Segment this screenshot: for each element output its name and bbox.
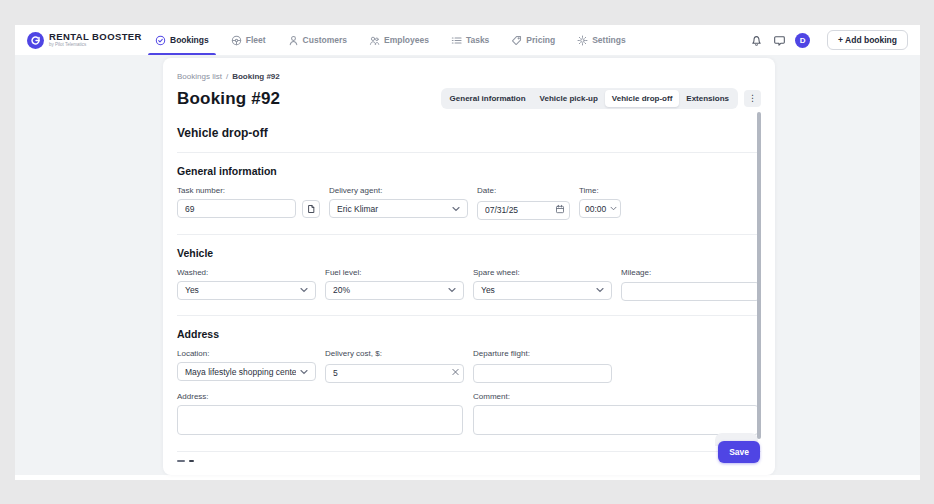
nav-item-employees[interactable]: Employees bbox=[369, 25, 429, 55]
mileage-input[interactable] bbox=[621, 282, 760, 301]
notifications-bell-icon[interactable] bbox=[749, 33, 763, 47]
delivery-cost-label: Delivery cost, $: bbox=[325, 349, 464, 358]
user-avatar[interactable]: D bbox=[795, 33, 810, 48]
nav-item-pricing[interactable]: Pricing bbox=[511, 25, 555, 55]
nav-item-bookings[interactable]: Bookings bbox=[155, 25, 209, 55]
tab-vehicle-drop-off[interactable]: Vehicle drop-off bbox=[605, 90, 679, 107]
nav-label: Settings bbox=[592, 35, 626, 45]
clipped-next-section bbox=[177, 460, 761, 463]
nav-label: Pricing bbox=[526, 35, 555, 45]
brand-name: RENTAL BOOSTER bbox=[49, 32, 142, 42]
app-body: Bookings list / Booking #92 Booking #92 … bbox=[15, 55, 920, 475]
section-heading: General information bbox=[177, 165, 761, 177]
page-root: { "brand": { "name": "RENTAL BOOSTER", "… bbox=[0, 0, 934, 504]
calendar-icon[interactable] bbox=[555, 204, 565, 214]
check-circle-icon bbox=[155, 35, 166, 46]
spare-wheel-value: Yes bbox=[481, 285, 495, 295]
chat-icon[interactable] bbox=[772, 33, 786, 47]
task-number-label: Task number: bbox=[177, 186, 320, 195]
location-value: Maya lifestyle shopping center bbox=[185, 367, 296, 377]
tab-general-information[interactable]: General information bbox=[443, 90, 533, 107]
washed-value: Yes bbox=[185, 285, 199, 295]
address-textarea[interactable] bbox=[177, 405, 463, 435]
app-window: RENTAL BOOSTER by Pilot Telematics Booki… bbox=[15, 25, 920, 480]
breadcrumb-bookings-list[interactable]: Bookings list bbox=[177, 72, 222, 81]
page-title: Booking #92 bbox=[177, 89, 280, 109]
mileage-label: Mileage: bbox=[621, 268, 760, 277]
washed-label: Washed: bbox=[177, 268, 316, 277]
panel-title: Vehicle drop-off bbox=[177, 126, 761, 153]
add-booking-button[interactable]: + Add booking bbox=[827, 30, 908, 50]
tab-extensions[interactable]: Extensions bbox=[679, 90, 736, 107]
breadcrumb-separator: / bbox=[226, 72, 228, 81]
departure-flight-input[interactable] bbox=[473, 364, 612, 383]
top-navigation-bar: RENTAL BOOSTER by Pilot Telematics Booki… bbox=[15, 25, 920, 55]
delivery-agent-value: Eric Klimar bbox=[337, 204, 378, 214]
nav-item-tasks[interactable]: Tasks bbox=[451, 25, 489, 55]
tab-vehicle-pick-up[interactable]: Vehicle pick-up bbox=[533, 90, 605, 107]
brand-tagline: by Pilot Telematics bbox=[49, 43, 142, 48]
steering-wheel-icon bbox=[231, 35, 242, 46]
kebab-menu-icon[interactable]: ⋮ bbox=[744, 90, 761, 107]
gear-icon bbox=[577, 35, 588, 46]
delivery-agent-select[interactable]: Eric Klimar bbox=[329, 199, 468, 218]
section-address: Address Location: Maya lifestyle shoppin… bbox=[177, 315, 761, 439]
tag-icon bbox=[511, 35, 522, 46]
document-icon[interactable] bbox=[302, 200, 320, 218]
section-general-information: General information Task number: bbox=[177, 153, 761, 220]
rental-booster-logo-icon bbox=[27, 32, 44, 49]
people-icon bbox=[369, 35, 380, 46]
list-icon bbox=[451, 35, 462, 46]
booking-tabs: General information Vehicle pick-up Vehi… bbox=[441, 88, 738, 109]
time-value: 00:00 bbox=[585, 204, 606, 214]
section-heading: Vehicle bbox=[177, 247, 761, 259]
spare-wheel-select[interactable]: Yes bbox=[473, 281, 612, 300]
address-label: Address: bbox=[177, 392, 463, 401]
main-nav: Bookings Fleet Customers bbox=[155, 25, 626, 55]
departure-flight-label: Departure flight: bbox=[473, 349, 612, 358]
comment-label: Comment: bbox=[473, 392, 759, 401]
section-heading: Address bbox=[177, 328, 761, 340]
fuel-level-label: Fuel level: bbox=[325, 268, 464, 277]
fuel-level-value: 20% bbox=[333, 285, 350, 295]
brand-logo-block[interactable]: RENTAL BOOSTER by Pilot Telematics bbox=[27, 32, 145, 49]
nav-label: Customers bbox=[303, 35, 347, 45]
nav-item-customers[interactable]: Customers bbox=[288, 25, 347, 55]
chevron-down-icon bbox=[300, 287, 308, 293]
breadcrumb-current: Booking #92 bbox=[232, 72, 280, 81]
nav-label: Bookings bbox=[170, 35, 209, 45]
time-label: Time: bbox=[579, 186, 621, 195]
location-label: Location: bbox=[177, 349, 316, 358]
nav-label: Fleet bbox=[246, 35, 266, 45]
chevron-down-icon bbox=[448, 287, 456, 293]
chevron-down-icon bbox=[596, 287, 604, 293]
person-icon bbox=[288, 35, 299, 46]
nav-label: Tasks bbox=[466, 35, 489, 45]
washed-select[interactable]: Yes bbox=[177, 281, 316, 300]
clear-x-icon[interactable] bbox=[452, 369, 459, 376]
tabs-wrap: General information Vehicle pick-up Vehi… bbox=[441, 88, 761, 109]
save-button[interactable]: Save bbox=[718, 441, 760, 463]
vertical-scrollbar[interactable] bbox=[757, 112, 761, 439]
chevron-down-icon bbox=[300, 369, 308, 375]
header-actions: D + Add booking bbox=[749, 30, 908, 50]
chevron-down-icon bbox=[452, 206, 460, 212]
breadcrumb: Bookings list / Booking #92 bbox=[177, 72, 761, 81]
nav-item-fleet[interactable]: Fleet bbox=[231, 25, 266, 55]
location-select[interactable]: Maya lifestyle shopping center bbox=[177, 362, 316, 381]
nav-item-settings[interactable]: Settings bbox=[577, 25, 626, 55]
task-number-input[interactable] bbox=[177, 199, 296, 218]
time-select[interactable]: 00:00 bbox=[579, 199, 621, 218]
date-label: Date: bbox=[477, 186, 570, 195]
delivery-cost-input[interactable] bbox=[325, 364, 464, 383]
nav-label: Employees bbox=[384, 35, 429, 45]
chevron-down-icon bbox=[610, 206, 617, 211]
spare-wheel-label: Spare wheel: bbox=[473, 268, 612, 277]
booking-detail-card: Bookings list / Booking #92 Booking #92 … bbox=[163, 58, 775, 475]
fuel-level-select[interactable]: 20% bbox=[325, 281, 464, 300]
section-vehicle: Vehicle Washed: Yes Fuel level: bbox=[177, 234, 761, 302]
comment-textarea[interactable] bbox=[473, 405, 759, 435]
section-divider bbox=[177, 451, 761, 452]
title-row: Booking #92 General information Vehicle … bbox=[177, 88, 761, 109]
delivery-agent-label: Delivery agent: bbox=[329, 186, 468, 195]
